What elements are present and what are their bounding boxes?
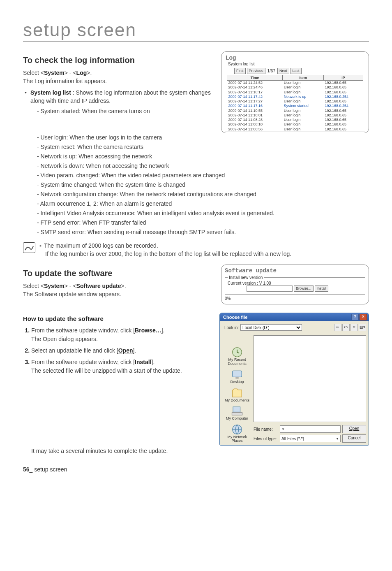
note-line1: The maximum of 2000 logs can be recorded… (44, 242, 158, 249)
howto-heading: How to update the software (23, 315, 211, 322)
place-label: Desktop (230, 380, 244, 384)
cell: 192.168.0.65 (324, 118, 363, 122)
footer-label: _ setup screen (30, 466, 67, 473)
note-text: ▪The maximum of 2000 logs can be recorde… (39, 241, 291, 258)
log-instr: Select <System> - <Log>. The Log informa… (23, 69, 213, 85)
text: From the software update window, click [ (31, 327, 135, 334)
install-button[interactable]: Install (315, 286, 329, 292)
cell: 192.168.0.65 (324, 109, 363, 113)
cell: User login (283, 109, 324, 113)
back-icon[interactable]: ⇐ (334, 324, 341, 331)
place-label: My Documents (225, 399, 249, 402)
step-2: Select an updatable file and click [Open… (31, 346, 211, 355)
sw-fieldset: Install new version Current version : V … (225, 275, 365, 295)
bullet-label: System log list (30, 89, 71, 96)
views-icon[interactable]: ▥▾ (359, 324, 366, 331)
table-row: 2009-07-14 11:24:52User login192.168.0.6… (227, 81, 363, 86)
sub-item: Video param. changed: When the video rel… (37, 171, 369, 180)
cell: 192.168.0.65 (324, 99, 363, 104)
text: ]. (152, 359, 155, 365)
svg-rect-1 (233, 371, 242, 377)
text: Select < (23, 283, 44, 289)
ftype-value: All Files (*.*) (281, 436, 304, 441)
sub-item: System reset: When the camera restarts (37, 143, 369, 151)
system-kw: System (44, 283, 65, 289)
computer-icon (231, 406, 243, 416)
sub-item: SMTP send error: When sending e-mail mes… (37, 228, 369, 237)
note-icon (23, 242, 35, 253)
table-row: 2009-07-14 11:10:55User login192.168.0.6… (227, 109, 363, 113)
sub-item: FTP send error: When FTP transfer failed (37, 218, 369, 227)
sub-item: Network is up: When accessing the networ… (37, 152, 369, 161)
text: Select an updatable file and click [ (31, 347, 118, 354)
previous-button[interactable]: Previous (247, 68, 265, 74)
sub-item: User login: When the user logs in to the… (37, 133, 369, 142)
file-list[interactable] (254, 335, 366, 422)
text: Open (118, 347, 133, 354)
filetype-select[interactable]: All Files (*.*) (280, 435, 341, 442)
sub-item: Network is down: When not accessing the … (37, 162, 369, 170)
sub-item: Intelligent Video Analysis occurrence: W… (37, 209, 369, 218)
note-line2: If the log number is over 2000, the log … (39, 250, 291, 258)
place-docs[interactable]: My Documents (225, 388, 249, 402)
text: ]. (161, 327, 165, 334)
dialog-title: Choose file (223, 315, 247, 320)
cell: 192.168.0.65 (324, 85, 363, 90)
cell: 2009-07-14 11:24:46 (227, 85, 283, 90)
last-button[interactable]: Last (291, 68, 302, 74)
place-desktop[interactable]: Desktop (230, 369, 244, 384)
cancel-button[interactable]: Cancel (342, 434, 366, 443)
cell: 2009-07-14 11:10:01 (227, 113, 283, 118)
place-computer[interactable]: My Computer (226, 406, 248, 420)
cell: Network is up (283, 95, 324, 99)
lookin-select[interactable]: Local Disk (D:) (240, 324, 302, 331)
cell: 192.168.0.65 (324, 113, 363, 118)
open-kw: Open (118, 347, 133, 354)
cell: 2009-07-14 11:00:56 (227, 127, 283, 132)
install-kw: Install (135, 359, 151, 365)
cell: 2009-07-14 11:10:55 (227, 109, 283, 113)
ftype-label: Files of type: (254, 436, 278, 441)
svg-rect-2 (235, 378, 239, 379)
page-number: 56 (23, 466, 30, 473)
table-row: 2009-07-14 11:00:56User login192.168.0.6… (227, 127, 363, 132)
cell: 2009-07-14 11:08:10 (227, 122, 283, 127)
help-button[interactable]: ? (351, 314, 359, 320)
place-recent[interactable]: My Recent Documents (222, 347, 252, 366)
sw-panel-title: Software update (225, 267, 365, 274)
system-kw: System (44, 70, 65, 76)
next-button[interactable]: Next (277, 68, 289, 74)
page-title: setup screen (23, 20, 369, 42)
footer: 56_ setup screen (23, 466, 369, 473)
sub-item: System started: When the camera turns on (37, 107, 213, 116)
filename-input[interactable] (280, 425, 341, 433)
text: Select < (23, 70, 44, 76)
cell: 192.168.0.254 (324, 95, 363, 99)
text: > - < (65, 283, 76, 289)
text: The Software update window appears. (23, 291, 121, 297)
cell: User login (283, 99, 324, 104)
close-button[interactable]: × (360, 314, 367, 320)
first-button[interactable]: First (234, 68, 246, 74)
newfolder-icon[interactable]: ✳ (350, 324, 358, 331)
cell: User login (283, 122, 324, 127)
th-item: Item (283, 75, 324, 81)
cell: 2009-07-14 11:24:52 (227, 81, 283, 86)
text: The selected file will be unzipped with … (31, 367, 211, 375)
sub-item: Network configuration change: When the n… (37, 190, 369, 199)
pager: First Previous 1/67 Next Last (227, 68, 363, 74)
up-icon[interactable]: 🗁 (342, 324, 350, 331)
file-path-input[interactable] (247, 286, 293, 292)
fname-label: File name: (254, 427, 278, 432)
cell: 2009-07-14 11:08:28 (227, 118, 283, 122)
sw-legend: Install new version (228, 275, 264, 280)
browse-button[interactable]: Browse... (294, 286, 314, 292)
sub-item: System time changed: When the system tim… (37, 181, 369, 189)
cell: 192.168.0.65 (324, 81, 363, 86)
cell: 192.168.0.254 (324, 104, 363, 108)
progress-pct: 0% (225, 296, 365, 301)
network-icon (231, 424, 243, 435)
open-button[interactable]: Open (342, 425, 366, 433)
log-heading: To check the log information (23, 56, 213, 65)
place-network[interactable]: My Network Places (222, 424, 252, 443)
